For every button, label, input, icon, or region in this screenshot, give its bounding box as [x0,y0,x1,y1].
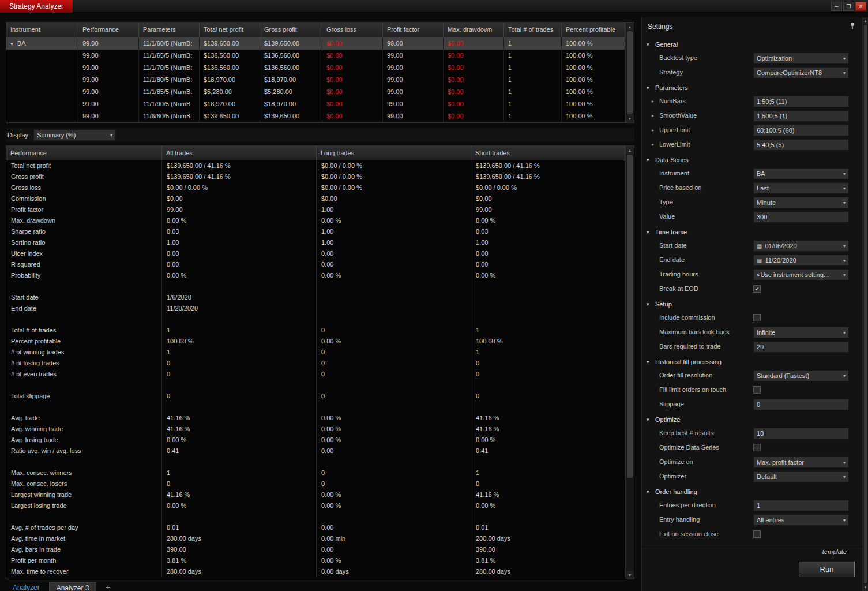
perf-column-header-short-trades[interactable]: Short trades [471,146,625,160]
results-row[interactable]: ▾BA99.0011/1/60/5 (NumB:$139,650.00$139,… [6,38,625,50]
settings-item-include-commission: Include commission [642,311,863,326]
results-column-header-profit-factor[interactable]: Profit factor [383,23,444,38]
settings-section-parameters[interactable]: ▾Parameters [642,80,863,95]
bars-required-to-trade-input[interactable]: 20 [753,341,849,353]
performance-metric-label: Gross profit [6,171,162,182]
results-row[interactable]: 99.0011/1/90/5 (NumB:$18,970.00$18,970.0… [6,98,625,110]
results-scrollbar[interactable]: ▲ ▼ [625,23,634,122]
scrollbar-thumb[interactable] [627,155,633,478]
pin-icon[interactable] [849,22,856,31]
numbars-input[interactable]: 1;50;5 (11) [753,96,849,107]
upperlimit-input[interactable]: 60;100;5 (60) [753,125,849,136]
expand-arrow-icon[interactable]: ▸ [652,128,654,133]
scroll-up-icon[interactable]: ▲ [626,23,634,31]
tab-analyzer-3[interactable]: Analyzer 3 [49,582,97,591]
lowerlimit-input[interactable]: 5;40;5 (5) [753,139,849,151]
keep-best-results-input[interactable]: 10 [753,428,849,439]
add-tab-button[interactable]: + [106,582,110,591]
results-column-header-total-of-trades[interactable]: Total # of trades [504,23,562,38]
settings-section-optimize[interactable]: ▾Optimize [642,412,863,427]
settings-section-setup[interactable]: ▾Setup [642,297,863,311]
results-column-header-instrument[interactable]: Instrument [6,23,78,38]
display-select[interactable]: Summary (%) ▾ [33,129,116,141]
optimizer-select[interactable]: Default▾ [753,471,849,482]
scroll-down-icon[interactable]: ▼ [863,584,868,591]
results-cell: 99.00 [383,74,444,86]
results-row[interactable]: 99.0011/6/60/5 (NumB:$139,650.00$139,650… [6,110,625,122]
settings-section-data-series[interactable]: ▾Data Series [642,152,863,167]
price-based-on-select[interactable]: Last▾ [753,182,849,194]
backtest-type-select[interactable]: Optimization▾ [753,53,849,64]
performance-cell: 41.16 % [162,424,317,435]
entries-per-direction-input[interactable]: 1 [753,500,849,511]
scroll-up-icon[interactable]: ▲ [626,146,634,154]
performance-scrollbar[interactable]: ▲ ▼ [625,146,634,579]
settings-item-price-based-on: Price based onLast▾ [642,181,863,196]
scroll-down-icon[interactable]: ▼ [626,114,634,122]
smoothvalue-input[interactable]: 1;500;5 (1) [753,110,849,122]
restore-button[interactable]: ❐ [843,2,854,11]
settings-section-general[interactable]: ▾General [642,37,863,51]
optimize-on-select[interactable]: Max. profit factor▾ [753,457,849,468]
slippage-input[interactable]: 0 [753,399,849,410]
settings-section-time-frame[interactable]: ▾Time frame [642,225,863,239]
results-column-header-parameters[interactable]: Parameters [139,23,200,38]
maximum-bars-look-back-select[interactable]: Infinite▾ [753,327,849,338]
value-input[interactable]: 300 [753,211,849,223]
perf-column-header-all-trades[interactable]: All trades [162,146,317,160]
scroll-down-icon[interactable]: ▼ [626,571,634,579]
control-value: Max. profit factor [757,459,804,466]
collapse-arrow-icon[interactable]: ▾ [10,38,13,50]
run-button[interactable]: Run [799,562,855,577]
results-column-header-gross-profit[interactable]: Gross profit [260,23,322,38]
close-button[interactable]: ✕ [855,2,866,11]
exit-on-session-close-checkbox[interactable] [753,530,761,538]
perf-column-header-performance[interactable]: Performance [6,146,162,160]
end-date-date[interactable]: ▦11/20/2020▾ [753,255,849,266]
expand-arrow-icon[interactable]: ▸ [652,142,654,147]
results-column-header-max-drawdown[interactable]: Max. drawdown [444,23,504,38]
instrument-select[interactable]: BA▾ [753,168,849,179]
settings-section-order-handling[interactable]: ▾Order handling [642,484,863,499]
minimize-button[interactable]: ─ [831,2,842,11]
strategy-select[interactable]: CompareOptimizerNT8▾ [753,67,849,78]
results-row[interactable]: 99.0011/1/65/5 (NumB:$136,560.00$136,560… [6,50,625,62]
settings-scrollbar[interactable]: ▲ ▼ [862,17,868,591]
performance-cell: 0.00 % [317,270,471,281]
order-fill-resolution-select[interactable]: Standard (Fastest)▾ [753,370,849,381]
scroll-up-icon[interactable]: ▲ [863,17,868,24]
start-date-date[interactable]: ▦01/06/2020▾ [753,240,849,252]
fill-limit-orders-on-touch-checkbox[interactable] [753,386,761,394]
control-value: 0 [757,401,760,408]
results-row[interactable]: 99.0011/1/80/5 (NumB:$18,970.00$18,970.0… [6,74,625,86]
optimize-data-series-checkbox[interactable] [753,444,761,451]
type-select[interactable]: Minute▾ [753,197,849,208]
performance-cell: 1 [162,325,317,336]
expand-arrow-icon[interactable]: ▸ [652,113,654,118]
results-row[interactable]: 99.0011/1/85/5 (NumB:$5,280.00$5,280.00$… [6,86,625,98]
results-column-header-total-net-profit[interactable]: Total net profit [200,23,260,38]
template-link[interactable]: template [822,548,847,555]
settings-section-historical-fill-processing[interactable]: ▾Historical fill processing [642,354,863,369]
performance-row [6,402,625,413]
results-row[interactable]: 99.0011/1/70/5 (NumB:$136,560.00$136,560… [6,62,625,74]
scrollbar-thumb[interactable] [864,25,867,583]
results-column-header-performance[interactable]: Performance [78,23,139,38]
performance-cell: 0.03 [471,226,625,237]
entry-handling-select[interactable]: All entries▾ [753,514,849,526]
tab-analyzer[interactable]: Analyzer [13,582,40,591]
cell-text: 11/1/80/5 (NumB: [143,76,192,83]
results-column-header-percent-profitable[interactable]: Percent profitable [562,23,625,38]
results-cell: $18,970.00 [260,74,322,86]
break-at-eod-checkbox[interactable]: ✔ [753,285,761,293]
settings-body: ▾GeneralBacktest typeOptimization▾Strate… [642,37,863,542]
results-column-header-gross-loss[interactable]: Gross loss [322,23,383,38]
trading-hours-select[interactable]: <Use instrument setting...▾ [753,269,849,280]
include-commission-checkbox[interactable] [753,314,761,321]
results-cell: 100.00 % [562,98,625,110]
settings-item-order-fill-resolution: Order fill resolutionStandard (Fastest)▾ [642,369,863,383]
perf-column-header-long-trades[interactable]: Long trades [317,146,471,160]
cell-text: 99.00 [82,64,99,71]
scrollbar-thumb[interactable] [627,31,633,114]
expand-arrow-icon[interactable]: ▸ [652,99,654,104]
